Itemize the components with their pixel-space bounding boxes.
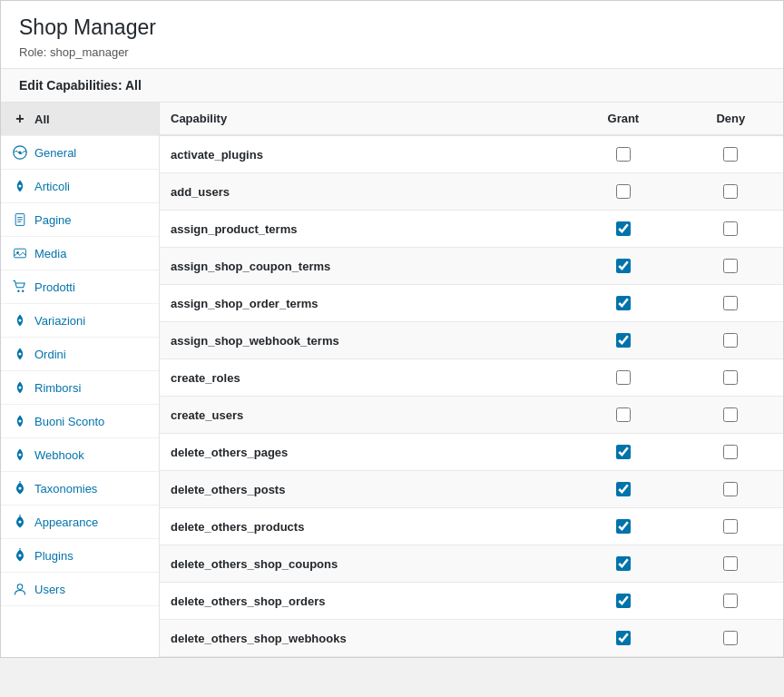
deny-checkbox[interactable] bbox=[723, 407, 738, 422]
deny-checkbox[interactable] bbox=[723, 184, 738, 199]
table-row: assign_shop_order_terms bbox=[160, 285, 783, 322]
grant-cell[interactable] bbox=[568, 285, 678, 322]
deny-cell[interactable] bbox=[679, 359, 783, 397]
pin2-icon bbox=[12, 514, 28, 530]
grant-cell[interactable] bbox=[568, 173, 678, 211]
sidebar-item-appearance[interactable]: Appearance bbox=[1, 506, 159, 539]
sidebar-item-label: Webhook bbox=[34, 448, 84, 462]
sidebar: +AllGeneralArticoliPagineMediaProdottiVa… bbox=[1, 103, 160, 657]
cart-icon bbox=[12, 279, 28, 295]
grant-checkbox[interactable] bbox=[616, 147, 631, 162]
grant-cell[interactable] bbox=[568, 359, 678, 397]
deny-checkbox[interactable] bbox=[723, 594, 738, 608]
role-label: Role: shop_manager bbox=[19, 45, 765, 59]
sidebar-item-all[interactable]: +All bbox=[1, 103, 159, 136]
deny-cell[interactable] bbox=[679, 620, 783, 657]
deny-cell[interactable] bbox=[679, 583, 783, 620]
table-head: CapabilityGrantDeny bbox=[160, 103, 783, 135]
pin-icon bbox=[12, 413, 28, 429]
sidebar-item-general[interactable]: General bbox=[1, 136, 159, 170]
sidebar-item-taxonomies[interactable]: Taxonomies bbox=[1, 472, 159, 506]
grant-cell[interactable] bbox=[568, 620, 678, 657]
capability-cell: delete_others_pages bbox=[160, 434, 568, 471]
pin-icon bbox=[12, 379, 28, 396]
grant-cell[interactable] bbox=[568, 135, 678, 173]
deny-checkbox[interactable] bbox=[723, 631, 738, 645]
sidebar-item-users[interactable]: Users bbox=[1, 573, 159, 606]
sidebar-item-pagine[interactable]: Pagine bbox=[1, 203, 159, 237]
deny-cell[interactable] bbox=[679, 434, 783, 471]
sidebar-item-media[interactable]: Media bbox=[1, 237, 159, 270]
grant-checkbox[interactable] bbox=[616, 333, 631, 348]
grant-checkbox[interactable] bbox=[616, 370, 631, 385]
grant-checkbox[interactable] bbox=[616, 259, 631, 273]
capability-cell: assign_shop_webhook_terms bbox=[160, 322, 568, 359]
deny-cell[interactable] bbox=[679, 285, 783, 322]
grant-checkbox[interactable] bbox=[616, 631, 631, 645]
sidebar-item-buoni-sconto[interactable]: Buoni Sconto bbox=[1, 405, 159, 438]
deny-checkbox[interactable] bbox=[723, 556, 738, 571]
sidebar-item-label: Rimborsi bbox=[34, 381, 81, 395]
table-body: activate_pluginsadd_usersassign_product_… bbox=[160, 135, 783, 657]
grant-checkbox[interactable] bbox=[616, 594, 631, 608]
deny-cell[interactable] bbox=[679, 248, 783, 285]
grant-cell[interactable] bbox=[568, 397, 678, 434]
grant-cell[interactable] bbox=[568, 583, 678, 620]
grant-checkbox[interactable] bbox=[616, 184, 631, 199]
sidebar-item-ordini[interactable]: Ordini bbox=[1, 338, 159, 371]
deny-cell[interactable] bbox=[679, 211, 783, 248]
table-row: delete_others_products bbox=[160, 508, 783, 545]
sidebar-item-webhook[interactable]: Webhook bbox=[1, 438, 159, 472]
deny-cell[interactable] bbox=[679, 397, 783, 434]
deny-checkbox[interactable] bbox=[723, 445, 738, 459]
deny-checkbox[interactable] bbox=[723, 370, 738, 385]
capabilities-table: CapabilityGrantDeny activate_pluginsadd_… bbox=[160, 103, 783, 657]
grant-cell[interactable] bbox=[568, 508, 678, 545]
deny-cell[interactable] bbox=[679, 173, 783, 211]
grant-cell[interactable] bbox=[568, 248, 678, 285]
sidebar-item-label: Appearance bbox=[34, 515, 98, 529]
deny-checkbox[interactable] bbox=[723, 482, 738, 496]
grant-cell[interactable] bbox=[568, 434, 678, 471]
deny-checkbox[interactable] bbox=[723, 259, 738, 273]
deny-checkbox[interactable] bbox=[723, 519, 738, 534]
capability-cell: create_roles bbox=[160, 359, 568, 397]
sidebar-item-label: Pagine bbox=[34, 213, 71, 227]
grant-checkbox[interactable] bbox=[616, 221, 631, 236]
grant-checkbox[interactable] bbox=[616, 556, 631, 571]
deny-cell[interactable] bbox=[679, 508, 783, 545]
table-row: delete_others_shop_webhooks bbox=[160, 620, 783, 657]
sidebar-item-prodotti[interactable]: Prodotti bbox=[1, 270, 159, 304]
page-header: Shop Manager Role: shop_manager bbox=[1, 1, 783, 69]
sidebar-item-articoli[interactable]: Articoli bbox=[1, 170, 159, 203]
sidebar-item-rimborsi[interactable]: Rimborsi bbox=[1, 371, 159, 405]
capability-cell: assign_shop_order_terms bbox=[160, 285, 568, 322]
user-icon bbox=[12, 581, 28, 597]
sidebar-item-plugins[interactable]: Plugins bbox=[1, 539, 159, 573]
svg-point-6 bbox=[22, 290, 24, 292]
grant-checkbox[interactable] bbox=[616, 482, 631, 496]
capability-cell: delete_others_products bbox=[160, 508, 568, 545]
grant-cell[interactable] bbox=[568, 545, 678, 583]
deny-checkbox[interactable] bbox=[723, 147, 738, 162]
grant-cell[interactable] bbox=[568, 211, 678, 248]
capability-cell: delete_others_shop_coupons bbox=[160, 545, 568, 583]
grant-checkbox[interactable] bbox=[616, 445, 631, 459]
deny-cell[interactable] bbox=[679, 545, 783, 583]
sidebar-item-variazioni[interactable]: Variazioni bbox=[1, 304, 159, 338]
grant-checkbox[interactable] bbox=[616, 296, 631, 310]
grant-checkbox[interactable] bbox=[616, 519, 631, 534]
capability-cell: delete_others_shop_webhooks bbox=[160, 620, 568, 657]
deny-checkbox[interactable] bbox=[723, 221, 738, 236]
grant-cell[interactable] bbox=[568, 471, 678, 508]
deny-cell[interactable] bbox=[679, 135, 783, 173]
table-row: assign_product_terms bbox=[160, 211, 783, 248]
deny-checkbox[interactable] bbox=[723, 333, 738, 348]
deny-checkbox[interactable] bbox=[723, 296, 738, 310]
grant-checkbox[interactable] bbox=[616, 407, 631, 422]
sidebar-item-label: All bbox=[34, 113, 50, 126]
grant-cell[interactable] bbox=[568, 322, 678, 359]
deny-cell[interactable] bbox=[679, 471, 783, 508]
col-header-grant: Grant bbox=[568, 103, 678, 135]
deny-cell[interactable] bbox=[679, 322, 783, 359]
